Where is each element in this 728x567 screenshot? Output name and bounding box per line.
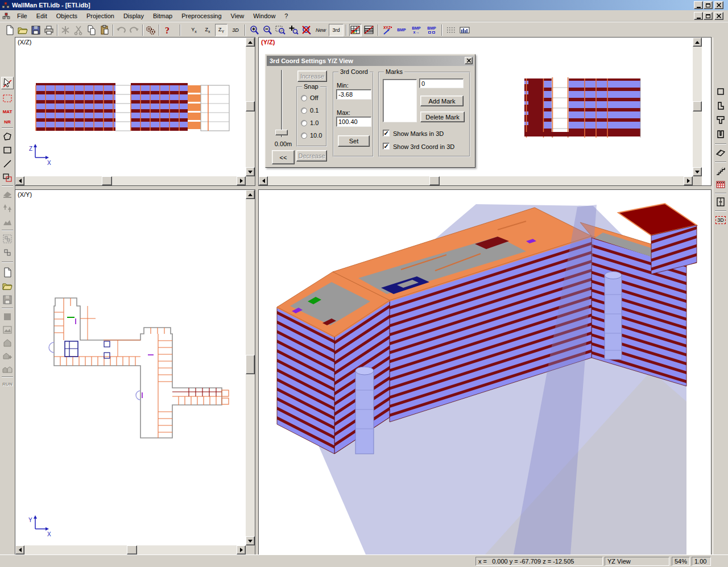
cut-button[interactable] [72,24,85,36]
scroll-down-button[interactable] [693,167,702,176]
grid-color-button[interactable] [349,24,362,36]
building-tool-3[interactable] [1,363,14,375]
mdi-minimize-button[interactable] [694,12,703,20]
building-tool-2[interactable] [1,350,14,362]
scroll-up-button[interactable] [246,190,255,199]
dialog-title-bar[interactable]: 3rd Coord Settings Y/Z View [267,56,474,66]
scroll-down-button[interactable] [246,167,255,176]
shape-t-tool[interactable] [714,114,727,126]
scroll-thumb[interactable] [246,355,255,374]
xz-horizontal-scrollbar[interactable] [15,176,246,185]
shape-square-tool[interactable] [714,85,727,98]
add-mark-button[interactable]: Add Mark [420,96,464,106]
third-coord-button[interactable]: 3rd [329,24,344,36]
redo-button[interactable] [128,24,140,36]
view-yx-button[interactable]: Yx [188,24,200,36]
stairs-tool[interactable] [714,164,727,177]
vertical-splitter[interactable] [255,38,259,554]
xz-vertical-scrollbar[interactable] [246,38,255,176]
close-button[interactable] [714,1,723,9]
help-button[interactable] [161,24,173,36]
scroll-thumb[interactable] [693,101,702,111]
zoom-window-button[interactable] [274,24,287,36]
view-3d-button[interactable]: 3D [229,24,242,36]
xy-vertical-scrollbar[interactable] [246,190,255,545]
menu-objects[interactable]: Objects [52,11,82,21]
door-tool[interactable] [714,196,727,208]
zoom-reset-button[interactable] [300,24,313,36]
scroll-right-button[interactable] [684,176,693,185]
settings-button[interactable] [144,24,157,36]
scroll-thumb[interactable] [102,176,112,185]
combine-tool[interactable] [1,171,14,184]
scroll-right-button[interactable] [237,545,246,554]
restore-button[interactable] [704,1,713,9]
undo-button[interactable] [115,24,127,36]
view-zy-button[interactable]: ZY [215,24,228,36]
snap-100-radio[interactable] [301,133,307,139]
viewport-xy[interactable]: Y X (X/Y) [15,190,255,554]
mark-value-input[interactable] [419,78,464,88]
histogram-button[interactable] [458,24,471,36]
dialog-close-button[interactable] [465,57,473,64]
snap-01-radio[interactable] [301,107,307,114]
new-database-button[interactable] [1,266,14,279]
bmp-export-button[interactable]: BMPx→ [409,24,424,36]
shape-u-tool[interactable] [714,128,727,140]
menu-bitmap[interactable]: Bitmap [148,11,177,21]
scroll-left-button[interactable] [259,176,268,185]
terrain-tool[interactable] [1,216,14,228]
rectangle-tool[interactable] [1,144,14,156]
material-tool[interactable]: MAT [1,107,14,116]
horizontal-splitter[interactable] [15,185,711,190]
show-coord-checkbox[interactable]: ✓ [383,143,390,150]
decrease-button[interactable]: Decrease [296,150,327,162]
xy-horizontal-scrollbar[interactable] [15,545,246,554]
scroll-thumb[interactable] [429,176,440,185]
vegetation-tool[interactable] [1,202,14,214]
scroll-thumb[interactable] [246,101,255,111]
scroll-right-button[interactable] [237,176,246,185]
open-database-button[interactable] [1,280,14,292]
material-preview[interactable] [1,311,14,323]
paste-button[interactable] [98,24,111,36]
third-coord-dialog[interactable]: 3rd Coord Settings Y/Z View 0.00m << Inc… [265,54,475,168]
view-zx-button[interactable]: Zx [201,24,214,36]
increase-button[interactable]: Increase [297,71,327,82]
polygon-tool[interactable] [1,130,14,143]
fill-tool[interactable] [1,188,14,201]
facade-tool[interactable] [714,178,727,191]
select-tool-button[interactable] [59,24,72,36]
bmp-tile-button[interactable]: BMP [424,24,439,36]
scroll-up-button[interactable] [693,38,702,47]
mdi-restore-button[interactable] [704,12,713,20]
run-button[interactable]: RUN [1,379,14,388]
menu-help[interactable]: ? [280,11,292,21]
grid-plain-button[interactable] [363,24,375,36]
new-file-button[interactable] [3,24,16,36]
menu-edit[interactable]: Edit [32,11,52,21]
xyz-export-button[interactable] [381,24,394,36]
new-view-button[interactable]: New [313,24,328,36]
save-database-button[interactable] [1,293,14,306]
snap-off-radio[interactable] [301,95,307,101]
zoom-in-button[interactable] [248,24,260,36]
menu-file[interactable]: File [13,11,32,21]
pan-button[interactable] [287,24,300,36]
view-3d-tool[interactable]: 3D [714,214,727,226]
coord-slider-track[interactable] [281,70,283,137]
min-input[interactable] [336,89,371,100]
menu-projection[interactable]: Projection [82,11,119,21]
copy-button[interactable] [85,24,98,36]
delete-mark-button[interactable]: Delete Mark [420,111,465,122]
select-arrow-tool[interactable] [1,77,14,89]
yz-vertical-scrollbar[interactable] [693,38,702,176]
viewport-3d[interactable] [259,190,711,554]
number-tool[interactable]: NR [1,117,14,126]
scroll-thumb[interactable] [127,545,137,554]
collapse-button[interactable]: << [272,150,295,164]
print-button[interactable] [43,24,55,36]
show-marks-checkbox[interactable]: ✓ [383,130,390,136]
viewport-xz[interactable]: Z X (X/Z) [15,38,255,185]
shape-l-tool[interactable] [714,100,727,112]
